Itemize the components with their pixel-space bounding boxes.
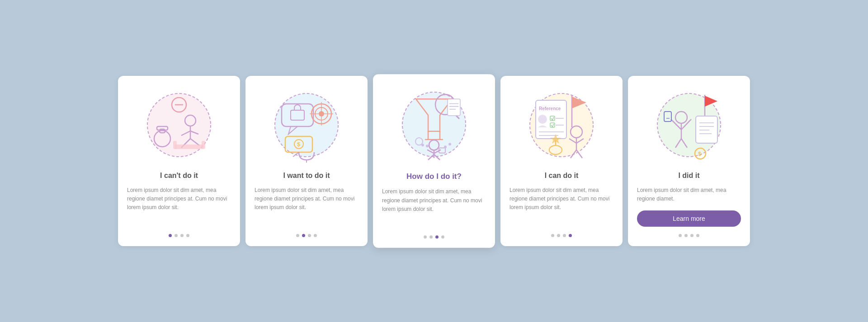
card-cant-title: I can't do it <box>160 172 198 180</box>
dot <box>302 234 305 237</box>
svg-text:Reference: Reference <box>539 106 561 111</box>
learn-more-button[interactable]: Learn more <box>637 210 741 227</box>
dot <box>557 234 560 237</box>
card-can-dots <box>551 234 572 237</box>
dot <box>424 235 427 238</box>
card-can: Reference <box>500 76 623 246</box>
dot <box>435 235 439 238</box>
dot <box>690 234 693 237</box>
svg-rect-14 <box>202 141 205 149</box>
card-want: $ I want to do it Lorem ipsum dolor sit … <box>245 76 368 246</box>
dot <box>175 234 178 237</box>
dot <box>563 234 566 237</box>
dot <box>679 234 682 237</box>
card-how-dots <box>424 235 444 238</box>
dot <box>441 235 444 238</box>
svg-text:$: $ <box>297 141 301 148</box>
card-cant: I can't do it Lorem ipsum dolor sit dim … <box>118 76 240 246</box>
card-cant-dots <box>169 234 189 237</box>
dot <box>180 234 184 237</box>
svg-rect-36 <box>448 99 460 116</box>
card-did: $ I did it Lorem ipsum dolor sit dim ame… <box>628 76 750 246</box>
illustration-can: Reference <box>523 87 600 163</box>
card-can-body: Lorem ipsum dolor sit dim amet, mea regi… <box>509 186 613 227</box>
card-how-title: How do I do it? <box>406 172 462 181</box>
illustration-how <box>396 85 472 163</box>
dot <box>186 234 189 237</box>
dot <box>551 234 554 237</box>
dot <box>569 234 572 237</box>
dot <box>296 234 299 237</box>
dot <box>684 234 688 237</box>
dot <box>314 234 317 237</box>
card-how-body: Lorem ipsum dolor sit dim amet, mea regi… <box>382 187 486 228</box>
svg-rect-76 <box>696 116 717 143</box>
dot <box>169 234 172 237</box>
card-want-title: I want to do it <box>283 172 330 180</box>
svg-point-55 <box>538 115 547 124</box>
card-did-title: I did it <box>678 172 699 180</box>
illustration-cant <box>141 87 217 163</box>
dot <box>696 234 699 237</box>
card-can-title: I can do it <box>545 172 579 180</box>
card-cant-body: Lorem ipsum dolor sit dim amet, mea regi… <box>127 186 231 227</box>
svg-point-15 <box>275 93 338 157</box>
cards-container: I can't do it Lorem ipsum dolor sit dim … <box>118 76 750 246</box>
svg-rect-12 <box>175 145 204 149</box>
card-did-body: Lorem ipsum dolor sit dim amet, mea regi… <box>637 186 741 203</box>
card-did-dots <box>679 234 699 237</box>
card-want-body: Lorem ipsum dolor sit dim amet, mea regi… <box>255 186 359 227</box>
dot <box>308 234 311 237</box>
svg-rect-13 <box>173 141 177 149</box>
card-how: How do I do it? Lorem ipsum dolor sit di… <box>373 74 495 248</box>
dot <box>429 235 433 238</box>
card-want-dots <box>296 234 317 237</box>
svg-text:$: $ <box>698 150 702 157</box>
illustration-want: $ <box>268 87 345 163</box>
illustration-did: $ <box>651 87 727 163</box>
